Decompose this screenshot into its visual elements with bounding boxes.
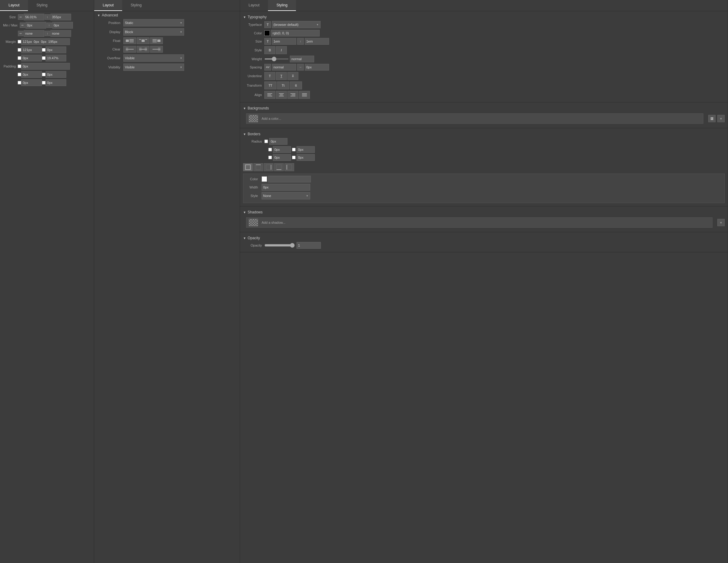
word-spacing-icon[interactable]: AV bbox=[264, 64, 271, 70]
radius-br-checkbox[interactable] bbox=[292, 156, 296, 159]
border-right-btn[interactable] bbox=[264, 163, 273, 171]
clear-right-btn[interactable] bbox=[150, 46, 163, 53]
padding-bottom-input[interactable] bbox=[21, 79, 42, 86]
float-right-btn[interactable] bbox=[150, 37, 163, 44]
padding-checkbox[interactable] bbox=[18, 64, 21, 68]
max-height-btn[interactable]: ↕ bbox=[46, 22, 52, 28]
lowercase-btn[interactable]: tt bbox=[290, 81, 302, 89]
typography-header[interactable]: ▼ Typography bbox=[240, 13, 728, 21]
shadow-add-btn[interactable]: + bbox=[717, 219, 725, 226]
weight-slider[interactable] bbox=[264, 58, 289, 60]
clear-left-btn[interactable] bbox=[123, 46, 136, 53]
radius-tl-checkbox[interactable] bbox=[268, 148, 272, 151]
size-expand-btn[interactable]: ⇔ bbox=[18, 14, 23, 20]
min-expand-btn2[interactable]: ⇔ bbox=[18, 31, 23, 36]
strikethrough-btn[interactable]: T bbox=[287, 72, 298, 80]
tab-styling-left[interactable]: Styling bbox=[28, 0, 56, 11]
tab-styling-right[interactable]: Styling bbox=[268, 0, 296, 11]
radius-bl-input[interactable] bbox=[273, 154, 291, 161]
display-select[interactable]: Block Inline Inline-block Flex None bbox=[123, 28, 184, 36]
borders-header[interactable]: ▼ Borders bbox=[240, 130, 728, 138]
max-height-btn2[interactable]: ↕ bbox=[45, 31, 50, 36]
padding-bottom-checkbox[interactable] bbox=[18, 81, 21, 84]
radius-br-input[interactable] bbox=[297, 154, 315, 161]
position-select[interactable]: Static Relative Absolute Fixed bbox=[123, 19, 184, 26]
border-style-select[interactable]: None Solid Dashed Dotted bbox=[262, 192, 310, 199]
add-color-bar[interactable]: Add a color... bbox=[246, 113, 703, 124]
text-none-btn[interactable]: T bbox=[264, 72, 275, 80]
color-input[interactable] bbox=[271, 30, 320, 36]
border-color-input[interactable] bbox=[268, 176, 311, 182]
bg-add-btn[interactable]: + bbox=[717, 115, 725, 122]
clear-both-btn[interactable] bbox=[137, 46, 149, 53]
border-left-btn[interactable] bbox=[284, 163, 294, 171]
border-top-btn[interactable] bbox=[253, 163, 263, 171]
min-expand-btn[interactable]: ⇔ bbox=[20, 22, 25, 28]
margin-bottom-input[interactable] bbox=[21, 55, 42, 61]
bold-btn[interactable]: B bbox=[264, 46, 275, 54]
float-left-btn[interactable] bbox=[123, 37, 136, 44]
advanced-section-header[interactable]: ▼ Advanced bbox=[94, 11, 240, 19]
margin-bottom-checkbox[interactable] bbox=[18, 56, 21, 60]
border-color-swatch[interactable] bbox=[262, 176, 267, 182]
align-right-btn[interactable] bbox=[287, 91, 298, 99]
line-height-icon[interactable]: ↕ bbox=[297, 38, 304, 45]
border-all-btn[interactable] bbox=[243, 163, 253, 171]
float-center-btn[interactable] bbox=[137, 37, 149, 44]
border-width-input[interactable] bbox=[262, 184, 310, 190]
capitalize-btn[interactable]: Tt bbox=[277, 81, 289, 89]
radius-all-checkbox[interactable] bbox=[264, 139, 268, 143]
max-height-input2[interactable] bbox=[50, 30, 71, 37]
italic-btn[interactable]: I bbox=[276, 46, 287, 54]
underline-btn[interactable]: T bbox=[276, 72, 287, 80]
min-width-input2[interactable] bbox=[24, 30, 44, 37]
bg-image-btn[interactable]: 🖼 bbox=[708, 115, 716, 122]
padding-left-checkbox[interactable] bbox=[42, 81, 46, 84]
visibility-select[interactable]: Visible Hidden Collapse bbox=[123, 63, 184, 71]
min-width-input[interactable] bbox=[26, 22, 46, 29]
tab-styling-mid[interactable]: Styling bbox=[122, 0, 150, 11]
padding-all-input[interactable] bbox=[21, 63, 70, 70]
font-size-input[interactable] bbox=[272, 38, 296, 45]
max-height-input[interactable] bbox=[52, 22, 73, 29]
align-left-btn[interactable] bbox=[264, 91, 275, 99]
size-height-input[interactable] bbox=[50, 14, 71, 20]
letter-spacing-icon[interactable]: ↔ bbox=[297, 64, 304, 70]
tab-layout-right[interactable]: Layout bbox=[240, 0, 268, 11]
padding-right-input[interactable] bbox=[46, 71, 66, 78]
opacity-slider[interactable] bbox=[264, 243, 295, 248]
margin-left-checkbox[interactable] bbox=[42, 56, 46, 60]
padding-top-input[interactable] bbox=[21, 71, 42, 78]
word-spacing-input[interactable] bbox=[272, 64, 296, 70]
radius-bl-checkbox[interactable] bbox=[268, 156, 272, 159]
typeface-icon-btn[interactable]: T bbox=[264, 21, 271, 28]
shadows-header[interactable]: ▼ Shadows bbox=[240, 208, 728, 216]
padding-right-checkbox[interactable] bbox=[42, 73, 46, 76]
padding-top-checkbox[interactable] bbox=[18, 73, 21, 76]
align-center-btn[interactable] bbox=[276, 91, 287, 99]
weight-input[interactable] bbox=[290, 56, 314, 62]
tab-layout-mid[interactable]: Layout bbox=[94, 0, 122, 11]
line-height-input[interactable] bbox=[305, 38, 329, 45]
letter-spacing-input[interactable] bbox=[305, 64, 329, 70]
border-bottom-btn[interactable] bbox=[274, 163, 284, 171]
typeface-select[interactable]: (browser default) bbox=[272, 21, 321, 28]
opacity-input[interactable] bbox=[297, 242, 321, 249]
size-height-btn[interactable]: ↕ bbox=[45, 14, 50, 20]
align-justify-btn[interactable] bbox=[299, 91, 310, 99]
color-swatch[interactable] bbox=[264, 30, 270, 36]
add-shadow-bar[interactable]: Add a shadow... bbox=[246, 217, 713, 228]
padding-left-input[interactable] bbox=[46, 79, 66, 86]
radius-tr-input[interactable] bbox=[297, 146, 315, 153]
margin-top-input[interactable] bbox=[21, 46, 42, 53]
radius-tl-input[interactable] bbox=[273, 146, 291, 153]
margin-checkbox[interactable] bbox=[18, 40, 21, 43]
margin-top-checkbox[interactable] bbox=[18, 48, 21, 52]
margin-all-input[interactable] bbox=[21, 38, 70, 45]
font-size-icon[interactable]: T bbox=[264, 38, 271, 45]
opacity-header[interactable]: ▼ Opacity bbox=[240, 234, 728, 242]
margin-left-input[interactable] bbox=[46, 55, 66, 61]
radius-all-input[interactable] bbox=[269, 138, 287, 145]
size-width-input[interactable] bbox=[24, 14, 44, 20]
margin-right-input[interactable] bbox=[46, 46, 66, 53]
